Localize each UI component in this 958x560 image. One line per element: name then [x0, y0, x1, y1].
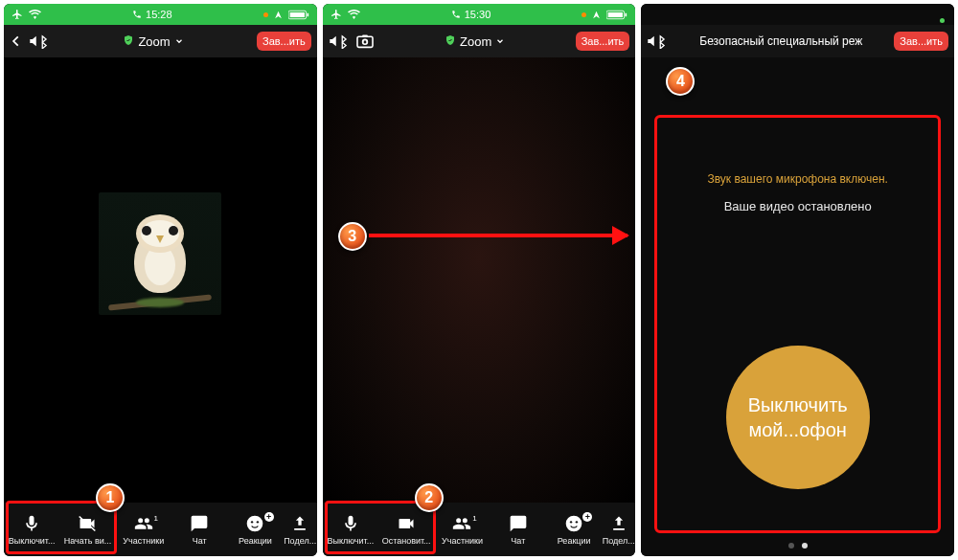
speaker-bluetooth-icon[interactable]: [329, 34, 350, 49]
end-meeting-button[interactable]: Зав...ить: [894, 32, 948, 51]
screenshot-2: 15:30 Z: [323, 4, 636, 556]
status-bar: 15:30: [323, 4, 636, 25]
svg-point-11: [566, 515, 582, 531]
svg-point-6: [257, 521, 259, 523]
recording-dot-icon: [582, 12, 586, 17]
mute-button[interactable]: Выключит...: [4, 510, 59, 549]
svg-rect-2: [307, 12, 308, 15]
svg-rect-8: [608, 11, 623, 16]
svg-point-13: [576, 521, 578, 523]
screenshot-1: 15:28 Zoom: [4, 4, 317, 556]
wifi-icon: [348, 10, 360, 19]
chevron-down-icon: [495, 34, 505, 49]
meeting-title[interactable]: Zoom: [56, 34, 251, 49]
reactions-plus-icon: +: [582, 512, 592, 522]
svg-point-5: [251, 521, 253, 523]
status-bar: 15:28: [4, 4, 317, 25]
mute-mic-button[interactable]: Выключить мой...офон: [726, 346, 870, 489]
reactions-button[interactable]: + Реакции: [546, 510, 602, 549]
page-dot-active: [802, 543, 808, 549]
screenshot-3: Безопасный специальный реж Зав...ить Зву…: [641, 4, 954, 556]
safe-mode-title: Безопасный специальный реж: [673, 34, 888, 48]
chat-button[interactable]: Чат: [490, 510, 546, 549]
owl-illustration: [126, 211, 194, 297]
switch-camera-icon[interactable]: [355, 34, 375, 49]
callout-3: 3: [338, 222, 367, 251]
participants-button[interactable]: 1 Участники: [116, 510, 171, 549]
mic-status-text: Звук вашего микрофона включен.: [641, 172, 954, 186]
participant-avatar: [99, 192, 221, 315]
phone-icon: [451, 10, 461, 19]
video-status-text: Ваше видео остановлено: [641, 199, 954, 213]
chat-button[interactable]: Чат: [171, 510, 227, 549]
video-area[interactable]: [4, 57, 317, 503]
meeting-top-bar: Zoom Зав...ить: [323, 25, 636, 57]
airplane-icon: [331, 9, 342, 20]
participants-count: 1: [472, 514, 476, 523]
swipe-arrow: [369, 234, 627, 237]
end-meeting-button[interactable]: Зав...ить: [576, 32, 630, 51]
end-meeting-button[interactable]: Зав...ить: [257, 32, 311, 51]
page-indicator: [641, 543, 954, 549]
safe-driving-area[interactable]: Звук вашего микрофона включен. Ваше виде…: [641, 57, 954, 556]
meeting-toolbar: Выключит... Остановит... 1 Участники Чат…: [323, 503, 636, 556]
participants-count: 1: [154, 514, 158, 523]
reactions-button[interactable]: + Реакции: [227, 510, 283, 549]
mute-button[interactable]: Выключит...: [323, 510, 378, 549]
shield-icon: [123, 34, 134, 49]
svg-rect-10: [357, 36, 373, 47]
callout-2: 2: [415, 483, 444, 512]
callout-1: 1: [96, 483, 125, 512]
svg-rect-9: [626, 12, 627, 15]
share-button[interactable]: Подел...: [284, 510, 317, 549]
start-video-button[interactable]: Начать ви...: [59, 510, 115, 549]
participants-button[interactable]: 1 Участники: [434, 510, 490, 549]
status-bar-blank: [641, 4, 954, 25]
meeting-toolbar: Выключит... Начать ви... 1 Участники Чат…: [4, 503, 317, 556]
battery-icon: [288, 10, 309, 20]
location-icon: [274, 11, 283, 19]
camera-dot-icon: [940, 18, 945, 23]
status-time: 15:30: [465, 9, 491, 20]
page-dot: [788, 543, 794, 549]
airplane-icon: [11, 9, 23, 20]
stop-video-button[interactable]: Остановит...: [378, 510, 434, 549]
svg-rect-1: [289, 11, 304, 16]
battery-icon: [606, 10, 627, 20]
wifi-icon: [29, 10, 41, 19]
phone-icon: [132, 10, 142, 19]
status-time: 15:28: [146, 9, 172, 20]
svg-point-12: [570, 521, 572, 523]
video-area[interactable]: [323, 57, 636, 503]
location-icon: [592, 11, 601, 19]
chevron-down-icon: [174, 34, 184, 49]
share-button[interactable]: Подел...: [602, 510, 635, 549]
shield-icon: [445, 34, 456, 49]
back-icon[interactable]: [10, 34, 23, 48]
meeting-top-bar: Безопасный специальный реж Зав...ить: [641, 25, 954, 57]
reactions-plus-icon: +: [264, 512, 274, 522]
speaker-bluetooth-icon[interactable]: [29, 34, 50, 49]
meeting-title[interactable]: Zoom: [380, 34, 570, 49]
speaker-bluetooth-icon[interactable]: [647, 34, 668, 49]
svg-point-4: [247, 515, 263, 531]
meeting-top-bar: Zoom Зав...ить: [4, 25, 317, 57]
recording-dot-icon: [263, 12, 268, 17]
